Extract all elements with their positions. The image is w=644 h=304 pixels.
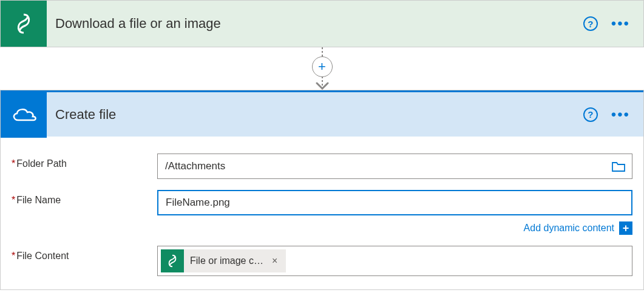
help-icon[interactable]: ? xyxy=(583,107,598,122)
add-dynamic-content-link[interactable]: Add dynamic content xyxy=(524,223,614,234)
add-dynamic-content-button[interactable]: + xyxy=(619,221,632,235)
action-body: *Folder Path *File Name xyxy=(1,137,643,289)
action-header[interactable]: Download a file or an image ? ••• xyxy=(1,1,643,47)
file-content-field[interactable]: File or image c… × xyxy=(157,246,632,276)
folder-path-field[interactable] xyxy=(157,154,632,179)
arrow-down-icon xyxy=(316,82,329,90)
required-marker: * xyxy=(12,195,15,205)
field-row-folderpath: *Folder Path xyxy=(12,154,632,179)
dataverse-icon xyxy=(1,1,47,47)
field-label: *Folder Path xyxy=(12,154,157,169)
dataverse-icon xyxy=(161,249,184,272)
folder-picker-icon[interactable] xyxy=(605,154,632,178)
field-label: *File Content xyxy=(12,246,157,262)
action-card-createfile: Create file ? ••• *Folder Path xyxy=(0,90,644,290)
connector: + xyxy=(0,47,644,90)
dynamic-token[interactable]: File or image c… × xyxy=(161,249,286,272)
required-marker: * xyxy=(12,158,15,169)
add-step-button[interactable]: + xyxy=(312,56,333,77)
action-title: Download a file or an image xyxy=(47,16,583,32)
folder-path-input[interactable] xyxy=(158,154,605,178)
file-name-field[interactable] xyxy=(157,190,632,215)
action-title: Create file xyxy=(47,107,583,123)
onedrive-icon xyxy=(1,92,47,138)
token-label: File or image c… xyxy=(184,255,269,266)
help-icon[interactable]: ? xyxy=(583,16,598,31)
file-name-input[interactable] xyxy=(158,191,631,214)
action-card-download: Download a file or an image ? ••• xyxy=(0,0,644,47)
field-label: *File Name xyxy=(12,190,157,206)
more-icon[interactable]: ••• xyxy=(611,107,630,122)
field-row-filename: *File Name Add dynamic content + xyxy=(12,190,632,235)
more-icon[interactable]: ••• xyxy=(611,16,630,31)
field-row-filecontent: *File Content File or image c… × xyxy=(12,246,632,276)
token-remove-icon[interactable]: × xyxy=(269,255,280,266)
action-header[interactable]: Create file ? ••• xyxy=(1,90,643,137)
required-marker: * xyxy=(12,251,15,261)
